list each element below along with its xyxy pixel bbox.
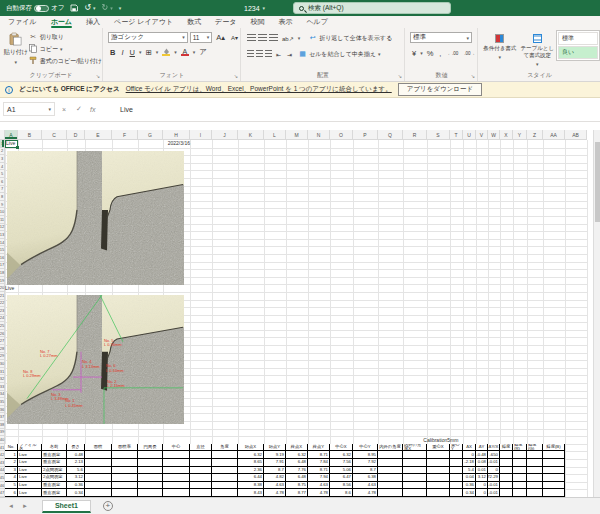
table-header-cell[interactable]: ΔX [463, 444, 476, 452]
table-cell[interactable] [403, 451, 427, 459]
table-cell[interactable] [427, 459, 450, 467]
table-cell[interactable]: 3 [5, 467, 18, 475]
align-top-button[interactable] [247, 34, 256, 42]
table-cell[interactable]: 8.7 [353, 467, 378, 475]
underline-button[interactable]: U [128, 46, 137, 58]
comma-button[interactable]: , [437, 47, 443, 59]
table-cell[interactable] [527, 467, 543, 475]
save-button[interactable] [70, 4, 78, 12]
table-cell[interactable]: 0.04 [463, 474, 476, 482]
decrease-indent-button[interactable]: ⇤ [274, 48, 283, 60]
table-header-cell[interactable]: 直径 [190, 444, 212, 452]
table-header-cell[interactable]: ファイル名 [18, 444, 42, 452]
notification-message-link[interactable]: Office モバイル アプリは、Word、Excel、PowerPoint を… [126, 85, 392, 94]
clipboard-dialog-launcher[interactable]: ↘ [96, 73, 100, 79]
table-cell[interactable]: 垂直測定 [42, 459, 67, 467]
borders-button[interactable]: ⊞ [143, 46, 153, 58]
ribbon-tab-ファイル[interactable]: ファイル [8, 16, 37, 28]
table-cell[interactable]: 0.08 [476, 459, 488, 467]
table-cell[interactable] [190, 467, 212, 475]
table-cell[interactable] [212, 467, 238, 475]
table-cell[interactable] [138, 459, 163, 467]
table-cell[interactable] [163, 467, 190, 475]
table-cell[interactable] [163, 451, 190, 459]
merge-center-button[interactable]: ▦セルを結合して中央揃え▾ [298, 48, 380, 60]
table-cell[interactable] [138, 451, 163, 459]
table-cell[interactable] [112, 451, 138, 459]
table-cell[interactable]: 4.63 [264, 482, 286, 490]
table-cell[interactable]: 4 [5, 474, 18, 482]
column-header-X[interactable]: X [500, 130, 513, 140]
next-sheet-button[interactable]: ► [22, 503, 28, 509]
previous-sheet-button[interactable]: ◄ [8, 503, 14, 509]
column-header-P[interactable]: P [353, 130, 378, 140]
table-cell[interactable] [513, 489, 527, 497]
table-cell[interactable]: 2点間測定 [42, 474, 67, 482]
formula-bar-input[interactable]: Live [120, 102, 133, 116]
table-cell[interactable]: 5.6 [67, 467, 85, 475]
column-header-K[interactable]: K [238, 130, 264, 140]
table-cell[interactable] [403, 459, 427, 467]
table-cell[interactable]: 垂直測定 [42, 451, 67, 459]
column-header-L[interactable]: L [264, 130, 286, 140]
enter-button[interactable]: ✓ [76, 102, 82, 116]
table-cell[interactable]: 0 [476, 489, 488, 497]
table-cell[interactable] [85, 489, 112, 497]
table-cell[interactable]: 0.48 [67, 451, 85, 459]
table-cell[interactable] [500, 467, 513, 475]
font-dialog-launcher[interactable]: ↘ [234, 73, 238, 79]
table-cell[interactable]: 7.94 [308, 474, 330, 482]
table-cell[interactable] [543, 482, 565, 490]
download-app-button[interactable]: アプリをダウンロード [398, 83, 482, 96]
table-header-cell[interactable]: 名前 [42, 444, 67, 452]
table-cell[interactable]: 8.71 [308, 451, 330, 459]
font-size-select[interactable]: 11▾ [190, 32, 213, 43]
table-cell[interactable]: 6.48 [286, 474, 308, 482]
table-header-cell[interactable]: 中心 [163, 444, 190, 452]
table-header-cell[interactable]: 内外の角度X [403, 444, 427, 452]
table-cell[interactable] [85, 459, 112, 467]
photo-weld-live[interactable] [7, 151, 184, 285]
table-cell[interactable] [513, 467, 527, 475]
table-cell[interactable] [190, 482, 212, 490]
table-header-cell[interactable]: 円周長 [138, 444, 163, 452]
column-header-A[interactable]: A [5, 130, 18, 140]
table-cell[interactable]: 6.32 [330, 451, 353, 459]
ribbon-tab-校閲[interactable]: 校閲 [250, 16, 264, 28]
table-cell[interactable] [378, 451, 403, 459]
table-cell[interactable]: 7.91 [264, 459, 286, 467]
column-header-U[interactable]: U [463, 130, 476, 140]
table-cell[interactable]: Live [18, 482, 42, 490]
table-cell[interactable] [212, 474, 238, 482]
vertical-scrollbar[interactable] [593, 130, 600, 497]
table-cell[interactable] [427, 482, 450, 490]
ribbon-tab-挿入[interactable]: 挿入 [86, 16, 100, 28]
column-header-H[interactable]: H [163, 130, 190, 140]
table-cell[interactable]: 8.6 [330, 489, 353, 497]
undo-button[interactable]: ↺▾ [84, 4, 95, 12]
column-header-O[interactable]: O [330, 130, 353, 140]
table-cell[interactable] [543, 451, 565, 459]
table-cell[interactable] [543, 489, 565, 497]
cell-style-normal[interactable]: 標準 [558, 32, 598, 45]
table-cell[interactable]: 7.76 [286, 467, 308, 475]
table-header-cell[interactable]: 角度 [212, 444, 238, 452]
table-cell[interactable] [500, 482, 513, 490]
table-cell[interactable] [427, 467, 450, 475]
wrap-text-button[interactable]: ↩折り返して全体を表示する [308, 32, 392, 44]
insert-function-button[interactable]: fx [90, 102, 95, 116]
align-left-button[interactable] [247, 50, 254, 58]
table-cell[interactable] [450, 474, 463, 482]
table-cell[interactable]: 4.63 [353, 482, 378, 490]
table-cell[interactable]: 2.36 [238, 467, 264, 475]
alignment-dialog-launcher[interactable]: ↘ [398, 73, 402, 79]
table-cell[interactable] [190, 459, 212, 467]
table-cell[interactable] [450, 459, 463, 467]
table-cell[interactable]: -650 [488, 451, 500, 459]
number-format-select[interactable]: 標準▾ [410, 32, 472, 43]
table-cell[interactable]: -0.01 [488, 482, 500, 490]
grid-cell-S40[interactable]: Calibration5 [427, 436, 450, 444]
photo-weld-measured[interactable]: No. 5L 0.36mmNo. 7L 0.27mmNo. 4L 3.13mmN… [7, 295, 184, 424]
name-box[interactable]: A1▾ [3, 102, 55, 116]
table-cell[interactable]: 6.48 [286, 459, 308, 467]
